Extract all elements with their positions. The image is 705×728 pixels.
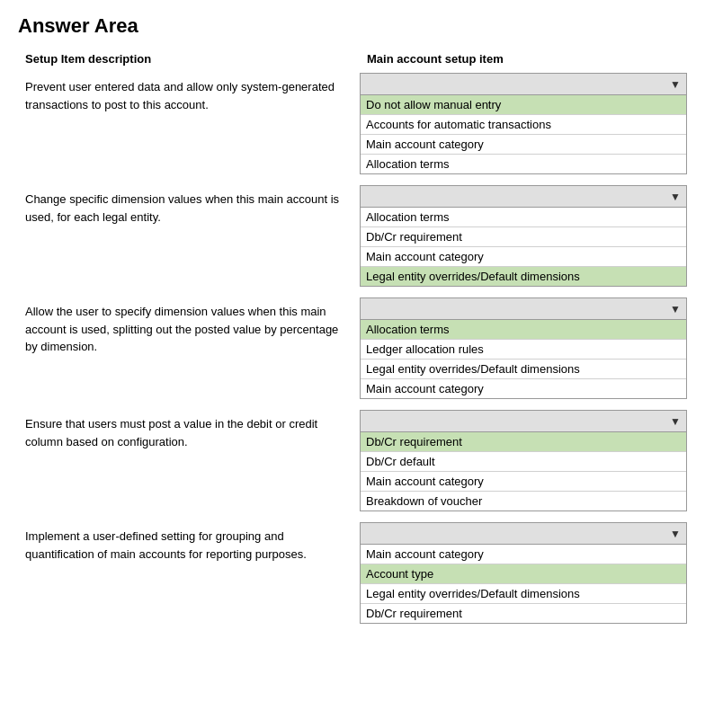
table-row: Prevent user entered data and allow only… — [18, 73, 687, 174]
chevron-down-icon: ▼ — [670, 303, 681, 315]
dropdown-header-4[interactable]: ▼ — [361, 411, 686, 432]
table-row: Change specific dimension values when th… — [18, 185, 687, 287]
dropdown-item[interactable]: Allocation terms — [361, 208, 686, 227]
dropdown-item[interactable]: Do not allow manual entry — [361, 95, 686, 115]
dropdown-item[interactable]: Main account category — [361, 379, 686, 398]
dropdown-item[interactable]: Ledger allocation rules — [361, 340, 686, 360]
chevron-down-icon: ▼ — [670, 78, 681, 91]
dropdown-item[interactable]: Main account category — [361, 135, 686, 155]
dropdown-item[interactable]: Legal entity overrides/Default dimension… — [361, 267, 686, 286]
table-row: Allow the user to specify dimension valu… — [18, 297, 687, 399]
chevron-down-icon: ▼ — [670, 191, 681, 203]
column-header-left: Setup Item description — [18, 52, 360, 66]
dropdown-3[interactable]: ▼Allocation termsLedger allocation rules… — [360, 297, 687, 399]
dropdown-5[interactable]: ▼Main account categoryAccount typeLegal … — [360, 522, 687, 624]
table-row: Implement a user-defined setting for gro… — [18, 522, 687, 624]
dropdown-1[interactable]: ▼Do not allow manual entryAccounts for a… — [360, 73, 687, 174]
dropdown-item[interactable]: Breakdown of voucher — [361, 492, 686, 510]
dropdown-item[interactable]: Db/Cr requirement — [361, 604, 686, 623]
row-description-4: Ensure that users must post a value in t… — [18, 410, 360, 456]
dropdown-item[interactable]: Main account category — [361, 247, 686, 267]
dropdown-item[interactable]: Db/Cr requirement — [361, 227, 686, 247]
dropdown-item[interactable]: Main account category — [361, 472, 686, 492]
dropdown-2[interactable]: ▼Allocation termsDb/Cr requirementMain a… — [360, 185, 687, 287]
page-title: Answer Area — [18, 14, 687, 38]
table-row: Ensure that users must post a value in t… — [18, 410, 687, 511]
dropdown-item[interactable]: Legal entity overrides/Default dimension… — [361, 584, 686, 604]
dropdown-item[interactable]: Db/Cr default — [361, 452, 686, 472]
dropdown-header-2[interactable]: ▼ — [361, 186, 686, 208]
row-description-2: Change specific dimension values when th… — [18, 185, 360, 231]
dropdown-item[interactable]: Db/Cr requirement — [361, 432, 686, 452]
dropdown-item[interactable]: Allocation terms — [361, 155, 686, 173]
chevron-down-icon: ▼ — [670, 415, 681, 428]
chevron-down-icon: ▼ — [670, 528, 681, 540]
dropdown-item[interactable]: Accounts for automatic transactions — [361, 115, 686, 135]
dropdown-item[interactable]: Legal entity overrides/Default dimension… — [361, 360, 686, 379]
dropdown-4[interactable]: ▼Db/Cr requirementDb/Cr defaultMain acco… — [360, 410, 687, 511]
row-description-5: Implement a user-defined setting for gro… — [18, 522, 360, 568]
dropdown-header-3[interactable]: ▼ — [361, 298, 686, 320]
dropdown-item[interactable]: Account type — [361, 564, 686, 584]
dropdown-header-1[interactable]: ▼ — [361, 74, 686, 95]
row-description-3: Allow the user to specify dimension valu… — [18, 297, 360, 361]
dropdown-item[interactable]: Allocation terms — [361, 320, 686, 340]
dropdown-item[interactable]: Main account category — [361, 545, 686, 564]
column-header-right: Main account setup item — [360, 52, 687, 66]
row-description-1: Prevent user entered data and allow only… — [18, 73, 360, 119]
dropdown-header-5[interactable]: ▼ — [361, 523, 686, 545]
